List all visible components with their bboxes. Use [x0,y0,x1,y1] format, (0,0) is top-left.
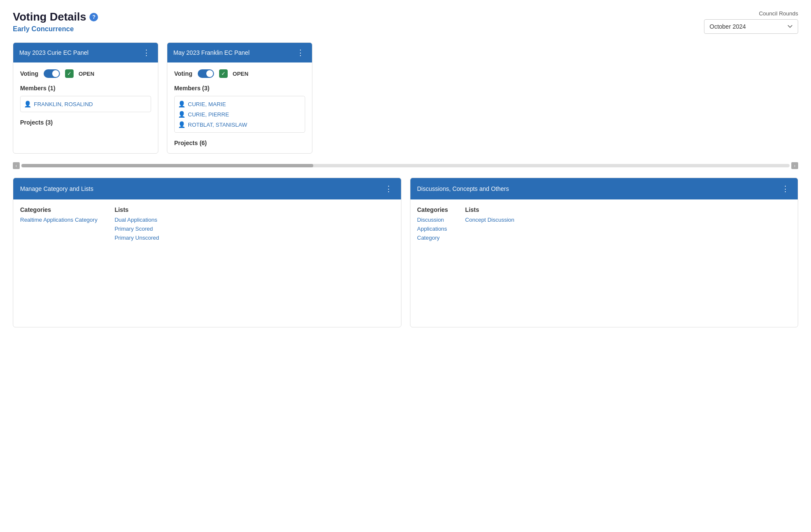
discussions-list-item-concept[interactable]: Concept Discussion [465,217,514,223]
member-name[interactable]: FRANKLIN, ROSALIND [34,101,93,107]
manage-list-item-primary-scored[interactable]: Primary Scored [115,226,159,232]
member-item: 👤 ROTBLAT, STANISLAW [178,119,301,130]
panels-row: May 2023 Curie EC Panel ⋮ Voting ✓ OPEN … [13,42,798,157]
voting-row-curie: Voting ✓ OPEN [20,69,151,78]
manage-categories-label: Categories [20,206,98,213]
member-icon: 👤 [178,111,185,118]
discussions-categories-col: Categories Discussion Applications Categ… [417,206,448,244]
panel-title-franklin: May 2023 Franklin EC Panel [173,49,250,56]
panel-card-curie: May 2023 Curie EC Panel ⋮ Voting ✓ OPEN … [13,42,158,154]
voting-label-curie: Voting [20,70,39,77]
manage-category-item[interactable]: Realtime Applications Category [20,217,98,223]
discussions-categories-lists-row: Categories Discussion Applications Categ… [417,206,791,244]
member-icon: 👤 [178,101,185,107]
manage-panel-header: Manage Category and Lists ⋮ [13,178,401,199]
members-count-curie: Members (1) [20,85,151,92]
member-name[interactable]: ROTBLAT, STANISLAW [188,122,247,128]
page-subtitle: Early Concurrence [13,25,98,33]
manage-lists-col: Lists Dual Applications Primary Scored P… [115,206,159,244]
discussions-category-item-category[interactable]: Category [417,235,448,241]
manage-panel-title: Manage Category and Lists [20,185,93,192]
panel-card-franklin: May 2023 Franklin EC Panel ⋮ Voting ✓ OP… [167,42,312,154]
voting-row-franklin: Voting ✓ OPEN [174,69,305,78]
member-name[interactable]: CURIE, MARIE [188,101,226,107]
manage-categories-lists-row: Categories Realtime Applications Categor… [20,206,394,244]
manage-lists-label: Lists [115,206,159,213]
open-check-franklin: ✓ [219,69,228,78]
members-section-franklin: Members (3) 👤 CURIE, MARIE 👤 CURIE, PIER… [174,85,305,133]
scrollbar-thumb[interactable] [21,164,313,167]
open-badge-curie: OPEN [79,71,95,77]
scroll-left-arrow[interactable]: ‹ [13,162,20,169]
members-list-franklin: 👤 CURIE, MARIE 👤 CURIE, PIERRE 👤 ROTBLAT… [174,96,305,133]
page-title-row: Voting Details ? [13,10,98,24]
members-list-curie: 👤 FRANKLIN, ROSALIND [20,96,151,112]
panel-header-franklin: May 2023 Franklin EC Panel ⋮ [167,43,312,62]
open-badge-franklin: OPEN [233,71,249,77]
council-rounds-label: Council Rounds [759,10,798,17]
panel-menu-button-franklin[interactable]: ⋮ [295,48,306,57]
manage-panel-menu-button[interactable]: ⋮ [383,184,394,193]
panel-menu-button-curie[interactable]: ⋮ [141,48,152,57]
projects-section-franklin: Projects (6) [174,140,305,146]
projects-count-curie: Projects (3) [20,119,151,126]
member-icon: 👤 [178,121,185,128]
projects-section-curie: Projects (3) [20,119,151,126]
discussions-categories-label: Categories [417,206,448,213]
discussions-lists-col: Lists Concept Discussion [465,206,514,244]
scrollbar-track [21,164,790,167]
projects-count-franklin: Projects (6) [174,140,305,146]
help-icon[interactable]: ? [89,13,98,21]
manage-categories-col: Categories Realtime Applications Categor… [20,206,98,244]
discussions-panel-title: Discussions, Concepts and Others [417,185,509,192]
voting-toggle-franklin[interactable] [198,69,214,78]
page-title: Voting Details [13,10,86,24]
members-count-franklin: Members (3) [174,85,305,92]
voting-toggle-curie[interactable] [44,69,60,78]
manage-category-panel: Manage Category and Lists ⋮ Categories R… [13,178,401,327]
manage-list-item-primary-unscored[interactable]: Primary Unscored [115,235,159,241]
discussions-category-item-discussion[interactable]: Discussion [417,217,448,223]
discussions-category-item-applications[interactable]: Applications [417,226,448,232]
panel-title-curie: May 2023 Curie EC Panel [19,49,89,56]
discussions-lists-label: Lists [465,206,514,213]
discussions-panel: Discussions, Concepts and Others ⋮ Categ… [410,178,799,327]
voting-label-franklin: Voting [174,70,193,77]
council-rounds-section: Council Rounds October 2024 May 2024 Jan… [704,10,798,34]
open-check-curie: ✓ [65,69,74,78]
panel-header-curie: May 2023 Curie EC Panel ⋮ [13,43,158,62]
member-item: 👤 FRANKLIN, ROSALIND [24,99,147,109]
members-section-curie: Members (1) 👤 FRANKLIN, ROSALIND [20,85,151,112]
discussions-panel-menu-button[interactable]: ⋮ [780,184,791,193]
bottom-section: Manage Category and Lists ⋮ Categories R… [13,178,798,327]
member-item: 👤 CURIE, PIERRE [178,109,301,119]
member-item: 👤 CURIE, MARIE [178,99,301,109]
manage-list-item-dual[interactable]: Dual Applications [115,217,159,223]
scroll-right-arrow[interactable]: › [791,162,798,169]
member-name[interactable]: CURIE, PIERRE [188,111,229,118]
member-icon: 👤 [24,101,31,107]
discussions-panel-header: Discussions, Concepts and Others ⋮ [410,178,798,199]
council-rounds-select[interactable]: October 2024 May 2024 January 2024 [704,19,798,34]
